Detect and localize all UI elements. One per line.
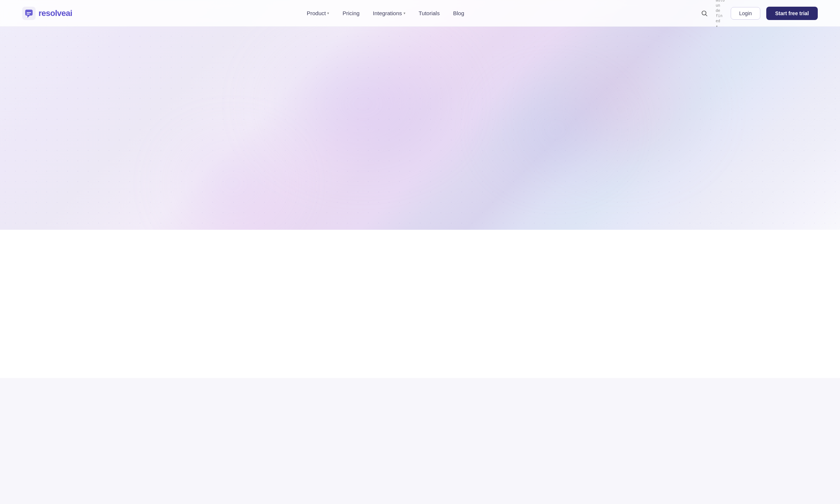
chevron-down-icon: ▾ — [327, 11, 329, 15]
nav-link-pricing[interactable]: Pricing — [342, 10, 359, 16]
bg-blob-3 — [482, 74, 630, 185]
nav-link-integrations[interactable]: Integrations ▾ — [373, 10, 405, 16]
nav-item-product[interactable]: Product ▾ — [307, 10, 329, 16]
chevron-down-icon-2: ▾ — [404, 11, 405, 15]
logo[interactable]: resolveai — [22, 7, 72, 20]
avatar-undefined: autoundefined▾ — [716, 0, 725, 29]
nav-links: Product ▾ Pricing Integrations ▾ Tutoria… — [307, 10, 464, 16]
nav-item-pricing[interactable]: Pricing — [342, 10, 359, 16]
navbar: resolveai Product ▾ Pricing Integrations… — [0, 0, 840, 27]
nav-link-blog[interactable]: Blog — [453, 10, 464, 16]
dots-texture — [0, 0, 840, 230]
nav-item-tutorials[interactable]: Tutorials — [419, 10, 440, 16]
nav-actions: autoundefined▾ Login Start free trial — [699, 0, 818, 29]
nav-link-tutorials[interactable]: Tutorials — [419, 10, 440, 16]
search-button[interactable] — [699, 8, 710, 19]
svg-line-2 — [705, 14, 707, 16]
bg-blob-1 — [252, 30, 474, 178]
bg-blob-4 — [168, 137, 298, 230]
nav-item-integrations[interactable]: Integrations ▾ — [373, 10, 405, 16]
svg-point-1 — [702, 11, 706, 15]
start-free-trial-button[interactable]: Start free trial — [766, 7, 818, 20]
nav-item-blog[interactable]: Blog — [453, 10, 464, 16]
hero-background — [0, 0, 840, 230]
hero-section — [0, 0, 840, 230]
logo-icon — [22, 7, 36, 20]
login-button[interactable]: Login — [731, 7, 760, 20]
content-section — [0, 230, 840, 378]
logo-text: resolveai — [39, 9, 72, 18]
navbar-inner: resolveai Product ▾ Pricing Integrations… — [22, 0, 818, 29]
bg-blob-2 — [529, 44, 714, 174]
search-icon — [701, 10, 708, 17]
nav-link-product[interactable]: Product ▾ — [307, 10, 329, 16]
